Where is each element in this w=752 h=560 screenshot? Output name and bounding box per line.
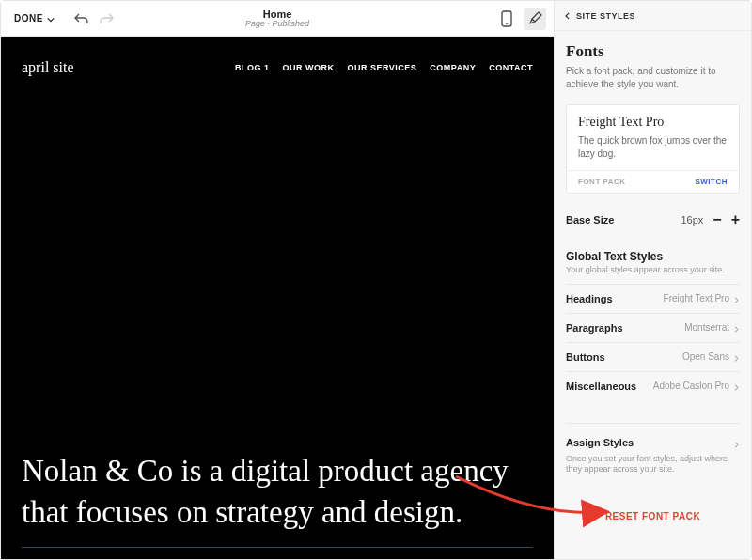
row-label: Headings (566, 293, 613, 304)
style-row-paragraphs[interactable]: Paragraphs Montserrat (566, 313, 740, 342)
site-logo[interactable]: april site (22, 59, 74, 76)
global-styles-title: Global Text Styles (566, 250, 740, 263)
chevron-right-icon (733, 295, 740, 302)
base-size-row: Base Size 16px − + (566, 207, 740, 233)
redo-button[interactable] (98, 10, 115, 27)
base-size-decrement[interactable]: − (713, 212, 721, 227)
nav-item[interactable]: COMPANY (430, 63, 476, 72)
font-pack-name: Freight Text Pro (578, 115, 728, 130)
nav-item[interactable]: OUR SERVICES (347, 63, 416, 72)
chevron-right-icon (733, 353, 740, 360)
site-nav: BLOG 1 OUR WORK OUR SERVICES COMPANY CON… (235, 63, 533, 72)
base-size-value: 16px (681, 214, 703, 226)
done-button[interactable]: DONE (8, 9, 60, 27)
base-size-label: Base Size (566, 214, 614, 226)
site-header: april site BLOG 1 OUR WORK OUR SERVICES … (22, 59, 533, 76)
reset-font-pack-button[interactable]: RESET FONT PACK (566, 504, 740, 535)
nav-item[interactable]: OUR WORK (282, 63, 334, 72)
switch-font-pack-button[interactable]: SWITCH (695, 178, 728, 186)
panel-subtitle: Pick a font pack, and customize it to ac… (566, 65, 740, 91)
row-value: Montserrat (684, 322, 729, 333)
assign-styles-row[interactable]: Assign Styles (566, 429, 740, 454)
row-value: Open Sans (682, 351, 729, 362)
chevron-right-icon (733, 382, 740, 389)
row-value: Freight Text Pro (664, 293, 729, 303)
panel-back-button[interactable]: SITE STYLES (555, 1, 751, 31)
editor-topbar: DONE Home Page · Published (1, 1, 554, 37)
assign-subtitle: Once you set your font styles, adjust wh… (566, 454, 740, 475)
row-label: Buttons (566, 351, 605, 363)
panel-title: Fonts (566, 42, 740, 61)
mobile-preview-button[interactable] (495, 8, 518, 30)
nav-item[interactable]: CONTACT (489, 63, 533, 72)
panel-back-label: SITE STYLES (576, 11, 635, 21)
base-size-increment[interactable]: + (731, 212, 740, 227)
undo-button[interactable] (73, 10, 90, 27)
assign-label: Assign Styles (566, 437, 634, 448)
chevron-left-icon (564, 12, 572, 20)
chevron-right-icon (733, 439, 740, 445)
style-row-buttons[interactable]: Buttons Open Sans (566, 342, 740, 371)
row-value: Adobe Caslon Pro (653, 381, 729, 391)
nav-item[interactable]: BLOG 1 (235, 63, 270, 72)
chevron-down-icon (47, 15, 55, 23)
svg-point-1 (506, 23, 508, 24)
font-pack-sample: The quick brown fox jumps over the lazy … (578, 134, 728, 161)
style-row-headings[interactable]: Headings Freight Text Pro (566, 284, 740, 313)
undo-redo-group (73, 10, 115, 27)
row-label: Paragraphs (566, 322, 623, 334)
page-subtitle: Page · Published (245, 20, 309, 29)
chevron-right-icon (733, 324, 740, 331)
hero-text[interactable]: Nolan & Co is a digital product agency t… (22, 450, 533, 543)
style-row-misc[interactable]: Miscellaneous Adobe Caslon Pro (566, 371, 740, 400)
done-label: DONE (14, 13, 43, 23)
global-styles-subtitle: Your global styles appear across your si… (566, 265, 740, 276)
design-brush-button[interactable] (524, 8, 546, 30)
font-pack-card: Freight Text Pro The quick brown fox jum… (566, 104, 740, 194)
page-indicator[interactable]: Home Page · Published (245, 8, 309, 29)
row-label: Miscellaneous (566, 381, 636, 392)
font-pack-footer-label: FONT PACK (578, 178, 626, 186)
site-styles-panel: SITE STYLES Fonts Pick a font pack, and … (554, 1, 751, 559)
site-preview: april site BLOG 1 OUR WORK OUR SERVICES … (1, 37, 554, 559)
